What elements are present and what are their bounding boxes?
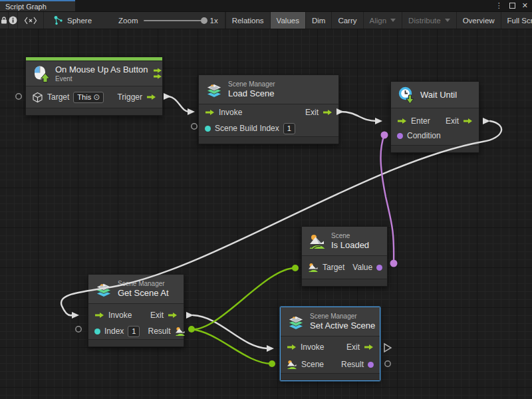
fullscreen-button[interactable]: Full Screen — [501, 12, 532, 29]
flow-port-icon[interactable] — [287, 344, 297, 350]
port-label-scene-build-index: Scene Build Index — [215, 124, 279, 133]
port-row: Invoke Exit — [199, 104, 338, 120]
graph-canvas[interactable]: On Mouse Up As Button Event Target This — [0, 29, 532, 399]
node-title: Set Active Scene — [310, 321, 375, 331]
port-label-exit: Exit — [150, 311, 164, 320]
port-label-invoke: Invoke — [301, 342, 324, 352]
node-subtitle: Event — [55, 75, 148, 83]
node-title: On Mouse Up As Button — [55, 65, 148, 75]
port-label-result: Result — [148, 327, 170, 336]
scene-port-icon[interactable] — [308, 262, 319, 273]
port-row: Invoke Exit — [281, 338, 380, 356]
port-row: Index 1 Result — [88, 323, 184, 339]
int-port-icon[interactable] — [94, 329, 100, 334]
scene-manager-icon — [205, 81, 223, 98]
menu-icon[interactable]: ⋮ — [495, 2, 503, 9]
wire-trigger-to-load-scene[interactable] — [168, 96, 189, 112]
wait-until-icon — [398, 86, 415, 104]
code-view-button[interactable] — [18, 12, 44, 29]
close-icon[interactable]: ✕ — [522, 2, 528, 9]
scene-port-icon[interactable] — [287, 359, 297, 370]
node-footer — [391, 145, 479, 152]
node-title: Load Scene — [228, 88, 275, 99]
port-label-exit: Exit — [305, 108, 319, 117]
node-category: Scene Manager — [310, 313, 375, 321]
flow-port-icon[interactable] — [463, 118, 473, 124]
flow-port-icon[interactable] — [364, 344, 374, 350]
wire-result-to-set-active-scene[interactable] — [192, 329, 271, 364]
port-label-exit: Exit — [446, 116, 459, 126]
wire-get-scene-at-to-set-active[interactable] — [193, 315, 267, 348]
index-value-chip[interactable]: 1 — [128, 326, 140, 337]
node-footer — [88, 339, 184, 346]
bool-port-icon[interactable] — [376, 265, 382, 271]
node-header[interactable]: On Mouse Up As Button Event — [26, 61, 162, 86]
bool-port-icon[interactable] — [368, 362, 374, 368]
node-header[interactable]: Scene Manager Get Scene At — [88, 275, 184, 304]
cube-icon — [32, 92, 43, 103]
wire-load-scene-to-wait-until[interactable] — [340, 112, 376, 121]
flow-port-icon[interactable] — [168, 312, 178, 319]
flow-port-icon[interactable] — [146, 94, 156, 100]
node-load-scene[interactable]: Scene Manager Load Scene Invoke Exit Sce… — [198, 74, 339, 144]
flow-port-icon[interactable] — [397, 118, 407, 124]
port-label-invoke: Invoke — [219, 108, 242, 117]
overview-button[interactable]: Overview — [456, 12, 501, 29]
dim-button[interactable]: Dim — [305, 12, 331, 29]
scope-picker-icon[interactable]: ⊙ — [93, 93, 100, 101]
bool-port-icon[interactable] — [397, 133, 403, 139]
lock-icon — [0, 16, 8, 25]
port-label-trigger: Trigger — [117, 92, 142, 102]
toolbar-toggles: Relations Values Dim Carry Align Distrib… — [225, 12, 532, 29]
zoom-label: Zoom — [118, 17, 138, 25]
scene-port-icon[interactable] — [175, 326, 186, 336]
graph-reference[interactable]: Sphere — [44, 12, 100, 29]
carry-button[interactable]: Carry — [331, 12, 362, 29]
node-wait-until[interactable]: Wait Until Enter Exit Condition — [390, 81, 479, 153]
port-label-index: Index — [104, 327, 124, 336]
values-button[interactable]: Values — [270, 12, 305, 29]
window-controls: ⋮ ✕ — [495, 0, 532, 11]
flow-port-icon[interactable] — [205, 109, 215, 116]
target-value-chip[interactable]: This ⊙ — [73, 92, 104, 103]
port-row: Invoke Exit — [88, 307, 184, 323]
node-category: Scene — [331, 232, 369, 240]
graph-icon — [53, 15, 63, 25]
node-set-active-scene[interactable]: Scene Manager Set Active Scene Invoke Ex… — [280, 307, 380, 381]
tab-script-graph[interactable]: Script Graph — [0, 0, 75, 11]
flow-port-icon[interactable] — [323, 109, 332, 116]
event-trigger-icon — [153, 68, 162, 79]
maximize-icon[interactable] — [509, 3, 515, 9]
node-category: Scene Manager — [228, 80, 275, 88]
zoom-slider-handle[interactable] — [201, 17, 207, 24]
port-label-scene: Scene — [301, 360, 324, 369]
script-graph-window: Script Graph ⋮ ✕ Sphere — [0, 0, 532, 399]
node-on-mouse-up-as-button[interactable]: On Mouse Up As Button Event Target This — [25, 57, 163, 116]
node-get-scene-at[interactable]: Scene Manager Get Scene At Invoke Exit I… — [88, 274, 184, 347]
int-port-icon[interactable] — [205, 126, 211, 132]
port-label-target: Target — [323, 263, 344, 272]
tab-bar: Script Graph ⋮ ✕ — [0, 0, 532, 11]
scene-build-index-value-chip[interactable]: 1 — [283, 123, 295, 134]
lock-button[interactable] — [0, 12, 9, 29]
graph-toolbar: Sphere Zoom 1x Relations Values Dim Carr… — [0, 11, 532, 29]
port-label-result: Result — [341, 360, 364, 369]
zoom-slider[interactable] — [144, 20, 205, 21]
scene-manager-icon — [287, 313, 305, 331]
scene-icon — [309, 233, 326, 250]
distribute-button: Distribute — [402, 12, 456, 29]
flow-port-icon[interactable] — [94, 312, 104, 319]
node-header[interactable]: Wait Until — [391, 82, 479, 108]
node-header[interactable]: Scene Is Loaded — [302, 227, 387, 256]
mouse-up-icon — [33, 65, 50, 82]
relations-button[interactable]: Relations — [225, 12, 270, 29]
node-footer — [302, 279, 387, 286]
port-label-exit: Exit — [346, 342, 360, 352]
node-is-loaded[interactable]: Scene Is Loaded Target Value — [301, 226, 388, 287]
info-button[interactable] — [9, 12, 18, 29]
node-header[interactable]: Scene Manager Load Scene — [199, 75, 338, 104]
node-title: Get Scene At — [118, 288, 169, 299]
node-header[interactable]: Scene Manager Set Active Scene — [281, 307, 380, 336]
zoom-level: 1x — [210, 17, 218, 25]
chevron-down-icon — [390, 19, 396, 22]
